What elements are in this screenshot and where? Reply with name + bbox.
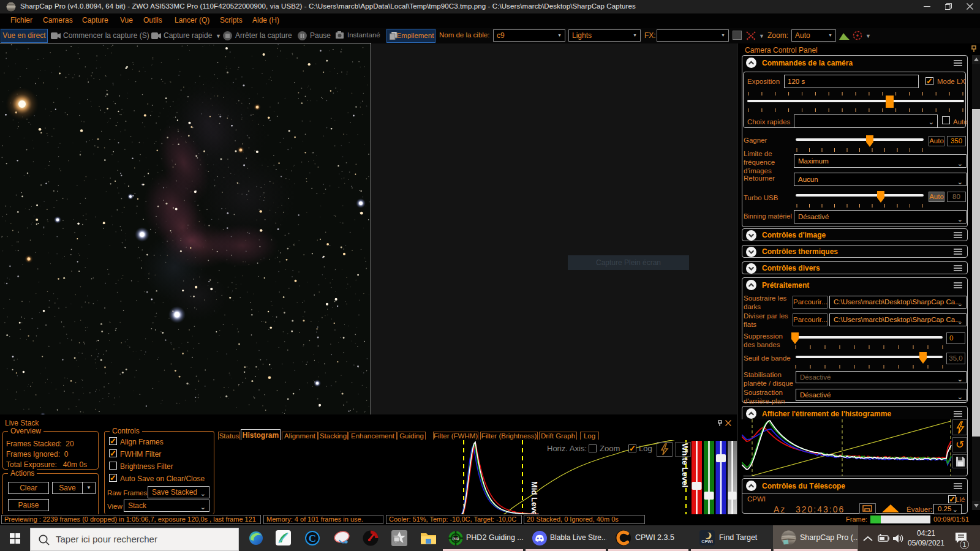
svg-text:CPWI: CPWI — [701, 539, 712, 544]
svg-text:PHD: PHD — [453, 537, 459, 541]
svg-text:Mid Level: Mid Level — [530, 481, 539, 514]
svg-text:C: C — [309, 533, 316, 544]
